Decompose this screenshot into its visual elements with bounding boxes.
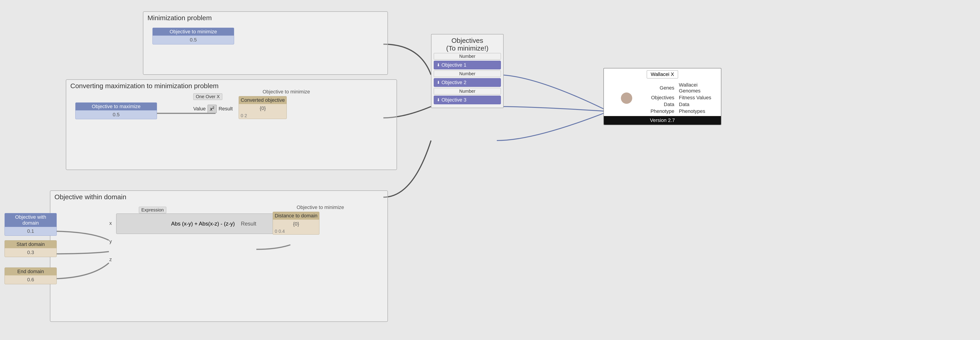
wallacei-title-box: Wallacei X [647,70,678,78]
expression-label: Expression [139,207,166,213]
z-label: z [109,257,112,262]
objective-with-domain-node: Objective with domain 0.1 [5,213,57,236]
distance-to-domain-value: {0} [273,220,319,228]
wallacei-phenotype-left: Phenotype [651,108,674,114]
objective-3-label: Objective 3 [441,97,466,103]
down-arrow-3: ⬇ [437,97,440,102]
value-label: Value [193,106,206,112]
distance-to-domain-subvalue: 0 0.4 [273,228,319,234]
result-label-domain: Result [241,221,256,227]
wallacei-objectives: Objectives [651,95,674,101]
converted-objective-title: Converted objective [239,96,286,104]
objective-3-node[interactable]: ⬇ Objective 3 [434,96,501,104]
objective-2-label: Objective 2 [441,79,466,86]
converting-group-title: Converting maximization to minimization … [66,80,396,92]
converted-objective-node: Converted objective {0} 0 2 [239,96,287,119]
wallacei-version: Version 2.7 [604,116,721,125]
objectives-title-line2: (To minimize!) [434,44,501,52]
end-domain-title: End domain [5,268,56,275]
converted-objective-subvalue: 0 2 [239,113,286,119]
distance-to-domain-node: Distance to domain {0} 0 0.4 [273,212,320,235]
wallacei-data-right: Data [679,102,718,108]
end-domain-node: End domain 0.6 [5,267,57,284]
converted-objective-value: {0} [239,104,286,113]
start-domain-title: Start domain [5,240,56,248]
objective-2-node[interactable]: ⬇ Objective 2 [434,78,501,87]
start-domain-value: 0.3 [5,248,56,257]
math-row: Value x2 Result [193,105,233,113]
number-badge-2: Number [434,70,501,77]
function-box[interactable]: x2 [208,105,217,113]
wallacei-data-left: Data [651,102,674,108]
objective-to-maximize-value: 0.5 [76,110,157,119]
objectives-title-line1: Objectives [434,37,501,44]
wallacei-phenotype-right: Phenotypes [679,108,718,114]
objective-to-maximize-node: Objective to maximize 0.5 [75,102,157,119]
objective-with-domain-value: 0.1 [5,227,56,235]
converted-objective-section: Objective to minimize Converted objectiv… [239,89,334,96]
wallacei-title: Wallacei X [651,71,674,77]
formula-text: Abs (x-y) + Abs(x-z) - (z-y) [171,221,235,227]
wallacei-avatar [621,92,632,104]
objective-within-domain-group: Objective within domain Expression x y z… [50,191,388,322]
wallacei-grid: Genes Wallacei Genomes Objectives Fitnes… [604,80,721,116]
objectives-panel: Objectives (To minimize!) Number ⬇ Objec… [431,34,504,108]
wallacei-genomes: Wallacei Genomes [679,82,718,94]
distance-to-domain-title: Distance to domain [273,212,319,220]
objective-to-minimize-title: Objective to minimize [153,28,234,36]
number-badge-1: Number [434,53,501,60]
objective-1-label: Objective 1 [441,62,466,68]
one-over-x-label: One Over X [193,94,222,100]
obj-minimize-label-2: Objective to minimize [273,205,368,210]
wallacei-genes: Genes [651,85,674,91]
down-arrow-1: ⬇ [437,62,440,68]
objective-with-domain-title: Objective with domain [5,213,56,227]
down-arrow-2: ⬇ [437,80,440,85]
minimization-problem-title: Minimization problem [143,12,387,24]
result-label-converting: Result [218,106,232,112]
converting-group: Converting maximization to minimization … [66,79,397,170]
y-label: y [109,238,112,244]
objective-to-minimize-value: 0.5 [153,36,234,44]
distance-domain-section: Objective to minimize Distance to domain… [273,205,368,212]
number-badge-3: Number [434,88,501,95]
wallacei-panel: Wallacei X Genes Wallacei Genomes Object… [603,68,721,125]
objective-to-maximize-title: Objective to maximize [76,103,157,110]
start-domain-node: Start domain 0.3 [5,240,57,257]
objective-1-node[interactable]: ⬇ Objective 1 [434,61,501,69]
minimization-problem-group: Minimization problem Objective to minimi… [143,11,388,75]
x-label: x [109,220,112,226]
objective-to-minimize-node: Objective to minimize 0.5 [153,28,234,44]
end-domain-value: 0.6 [5,275,56,284]
obj-minimize-label: Objective to minimize [239,89,334,95]
objective-within-domain-title: Objective within domain [50,191,387,203]
wallacei-fitness: Fitness Values [679,95,718,101]
